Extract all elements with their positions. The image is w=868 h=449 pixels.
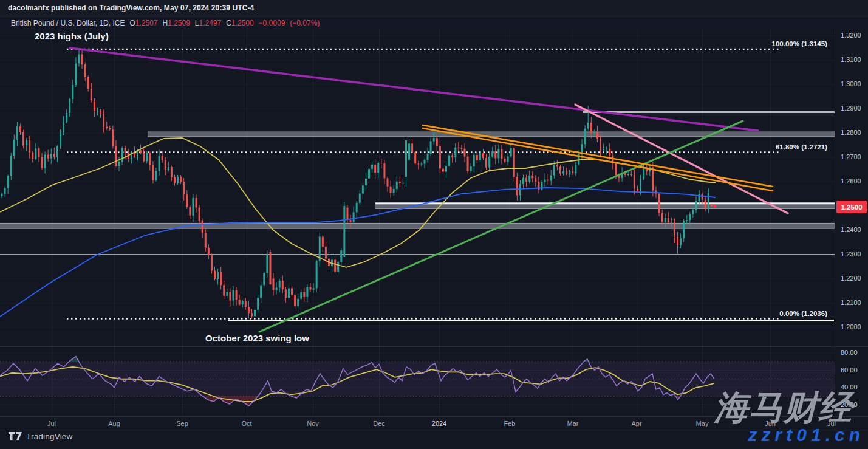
- last-price-dot: [713, 204, 716, 207]
- time-axis-tick: 2024: [432, 420, 446, 427]
- time-axis-tick: Dec: [373, 420, 385, 427]
- symbol-info-bar[interactable]: British Pound / U.S. Dollar, 1D, ICE O1.…: [0, 16, 868, 30]
- pivot-zone-1p25[interactable]: [375, 204, 835, 209]
- time-axis-tick: Nov: [307, 420, 319, 427]
- price-scale[interactable]: 1.32001.31001.30001.29001.28001.27001.26…: [835, 29, 868, 346]
- chart-canvas[interactable]: [0, 0, 868, 449]
- time-axis-tick: May: [696, 420, 709, 427]
- time-axis-tick: Jul: [47, 420, 56, 427]
- oscillator-axis-tick: 60.00: [841, 366, 858, 374]
- ohlc-close: C1.2500: [226, 19, 253, 27]
- time-axis-tick: Sep: [176, 420, 188, 427]
- time-axis-tick: Aug: [108, 420, 120, 427]
- time-scale[interactable]: JulAugSepOctNovDec2024FebMarAprMayJunJul: [0, 417, 835, 430]
- price-change-pct: (−0.07%): [290, 19, 320, 27]
- price-axis-tick: 1.3100: [841, 56, 861, 63]
- tradingview-logo-text: TradingView: [26, 432, 73, 441]
- price-axis-tick: 1.3200: [841, 32, 861, 39]
- price-axis-tick: 1.2000: [841, 323, 861, 331]
- time-axis-tick: Oct: [241, 420, 251, 427]
- published-line: dacolmanfx published on TradingView.com,…: [8, 4, 254, 12]
- ohlc-open: O1.2507: [129, 19, 157, 27]
- time-axis-tick: Apr: [631, 420, 641, 427]
- url-watermark: zzrt01.cn: [748, 425, 864, 445]
- oscillator-pane[interactable]: [0, 357, 835, 406]
- price-axis-tick: 1.2200: [841, 275, 861, 282]
- oscillator-axis-tick: 80.00: [841, 349, 858, 356]
- last-price-badge: 1.2500: [836, 201, 867, 213]
- price-axis-tick: 1.2300: [841, 250, 861, 258]
- price-axis-tick: 1.3000: [841, 80, 861, 87]
- published-bar: dacolmanfx published on TradingView.com,…: [0, 0, 868, 16]
- tradingview-published-chart: dacolmanfx published on TradingView.com,…: [0, 0, 868, 449]
- price-axis-tick: 1.2600: [841, 177, 861, 185]
- ohlc-high: H1.2509: [162, 19, 190, 27]
- demand-zone-1p243[interactable]: [0, 223, 835, 228]
- tradingview-attribution[interactable]: TradingView: [9, 432, 73, 441]
- supply-zone-1p28[interactable]: [148, 132, 835, 137]
- symbol-title: British Pound / U.S. Dollar, 1D, ICE: [11, 19, 125, 27]
- ohlc-low: L1.2497: [195, 19, 221, 27]
- price-axis-tick: 1.2900: [841, 105, 861, 112]
- candle-series[interactable]: [1, 49, 713, 319]
- price-axis-tick: 1.2100: [841, 299, 861, 306]
- time-axis-tick: Feb: [504, 420, 516, 427]
- price-axis-tick: 1.2700: [841, 153, 861, 160]
- price-axis-tick: 1.2400: [841, 226, 861, 233]
- price-change: −0.0009: [259, 19, 285, 27]
- price-axis-tick: 1.2800: [841, 129, 861, 136]
- grid-layer: [0, 29, 835, 416]
- tradingview-logo-icon: [9, 432, 22, 441]
- time-axis-tick: Mar: [567, 420, 579, 427]
- price-pane[interactable]: [0, 48, 835, 332]
